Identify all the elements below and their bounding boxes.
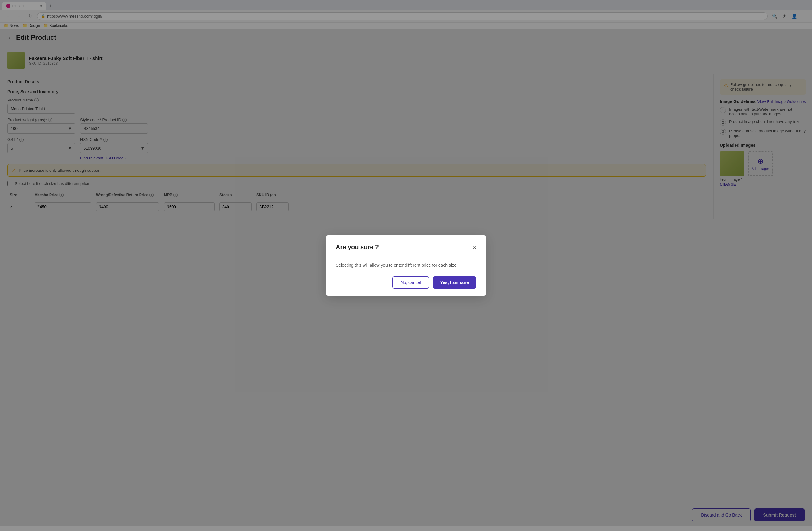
modal-body: Selecting this will allow you to enter d…: [336, 260, 476, 268]
modal-footer: No, cancel Yes, I am sure: [336, 276, 476, 289]
modal-header: Are you sure ? ×: [336, 244, 476, 255]
modal-overlay[interactable]: Are you sure ? × Selecting this will all…: [0, 0, 812, 526]
modal-confirm-btn[interactable]: Yes, I am sure: [433, 276, 476, 289]
modal-title: Are you sure ?: [336, 244, 379, 251]
modal-cancel-btn[interactable]: No, cancel: [392, 276, 429, 289]
modal-close-btn[interactable]: ×: [473, 244, 476, 250]
confirmation-modal: Are you sure ? × Selecting this will all…: [326, 235, 486, 296]
